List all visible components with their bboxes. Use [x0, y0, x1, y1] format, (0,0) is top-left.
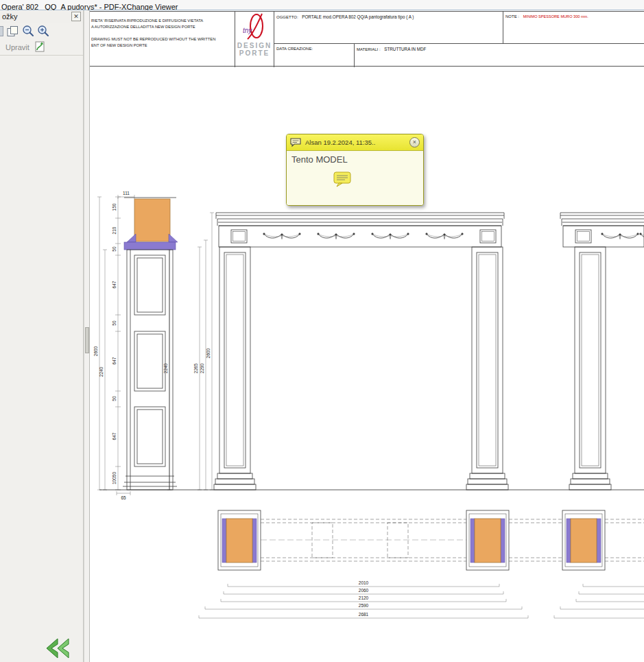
right-portal — [560, 213, 644, 490]
logo-word-design: DESIGN — [235, 43, 274, 50]
dim-label: 2060 — [359, 588, 369, 593]
dim-label: 65 — [121, 495, 126, 500]
note-text: Tento MODEL — [291, 154, 418, 165]
oggetto-value: PORTALE mod.OPERA 802 QQ/A pantografatur… — [302, 14, 414, 19]
dim-label: 2600 — [93, 346, 98, 356]
dim-label: 2265 — [193, 363, 198, 373]
logo-cell: tny DESIGN PORTE — [235, 12, 274, 67]
panel-edit-row: Upravit — [0, 39, 83, 56]
disclaimer-it-1: RIETA' RISERVATA RIPRODUZIONE E DIFFUSIO… — [91, 18, 233, 24]
left-dimension-lines — [97, 195, 134, 495]
note-value: MINIMO SPESSORE MURO 300 mm. — [523, 14, 588, 19]
panel-header: ožky ✕ — [0, 10, 83, 23]
note-close-button[interactable]: × — [409, 137, 420, 147]
clipped-icon — [0, 26, 3, 36]
disclaimer-it-2: A AUTORIZZAZIONE DELLADITTA NEW DESIGN P… — [91, 24, 233, 30]
highlight-purple-right — [169, 234, 178, 242]
dim-label: 10050 — [112, 472, 117, 484]
dim-label: 647 — [112, 281, 117, 288]
data-creazione-label: DATA CREAZIONE: — [276, 47, 313, 51]
oggetto-label: OGGETTO: — [276, 15, 298, 19]
dim-label: 2600 — [206, 348, 211, 358]
center-portal — [214, 213, 508, 490]
svg-text:tny: tny — [243, 27, 252, 34]
new-design-porte-emblem-icon: tny — [241, 12, 268, 42]
materiali-cell: MATERIALI : STRUTTURA IN MDF — [355, 44, 644, 67]
highlight-orange-capital — [134, 199, 170, 241]
zoom-in-icon[interactable] — [37, 25, 49, 37]
panel-title: ožky — [2, 12, 18, 21]
note-body[interactable]: Tento MODEL — [287, 151, 423, 206]
comment-bubble-icon — [290, 138, 301, 147]
highlight-purple-band — [124, 242, 176, 250]
dim-label: 2010 — [359, 580, 369, 585]
side-panel: ožky ✕ Upravit — [0, 10, 84, 662]
dim-label: 2240 — [163, 363, 168, 373]
note-label: NOTE : — [505, 14, 519, 19]
oggetto-cell: OGGETTO: PORTALE mod.OPERA 802 QQ/A pant… — [274, 12, 503, 44]
data-creazione-cell: DATA CREAZIONE: — [274, 44, 355, 67]
edit-button[interactable]: Upravit — [5, 43, 29, 51]
plan-dimension-lines — [199, 584, 644, 618]
dim-label: 647 — [112, 432, 117, 440]
document-area[interactable]: RIETA' RISERVATA RIPRODUZIONE E DIFFUSIO… — [90, 10, 644, 662]
panel-scrollbar[interactable] — [84, 10, 90, 662]
dim-label: 150 — [112, 203, 117, 211]
dim-label: 2681 — [359, 612, 369, 617]
highlight-orange-jamb-right — [475, 519, 501, 563]
green-arrow-icon — [40, 637, 71, 660]
logo-word-porte: PORTE — [235, 50, 274, 58]
app-window: Opera' 802 _QQ_A pudorys* - PDF-XChange … — [0, 0, 644, 662]
dim-label: 50 — [112, 396, 117, 401]
zoom-out-icon[interactable] — [22, 25, 34, 37]
materiali-label: MATERIALI : — [357, 47, 381, 51]
highlight-purple-left — [127, 234, 136, 242]
dim-label: 2590 — [359, 603, 369, 608]
edit-options-icon[interactable] — [34, 40, 47, 54]
panel-body — [0, 56, 83, 659]
panel-toolbar — [0, 23, 83, 39]
dim-label: 111 — [123, 191, 130, 196]
dim-label: 50 — [112, 246, 117, 252]
left-portal — [123, 198, 178, 490]
plan-view — [218, 510, 644, 570]
highlight-orange-jamb-far-right — [571, 519, 597, 563]
note-header[interactable]: Alsan 19.2.2024, 11:35.. × — [287, 134, 423, 151]
disclaimer-cell: RIETA' RISERVATA RIPRODUZIONE E DIFFUSIO… — [90, 12, 235, 67]
dim-label: 2290 — [200, 363, 204, 373]
note-author: Alsan 19.2.2024, 11:35.. — [305, 139, 375, 146]
highlight-orange-jamb-left — [226, 519, 252, 563]
disclaimer-en-1: DRAWING MUST NOT BE REPRODUCED WITHOUT T… — [91, 36, 233, 43]
scrollbar-thumb[interactable] — [85, 327, 89, 353]
dim-label: 2240 — [99, 366, 104, 377]
title-block: RIETA' RISERVATA RIPRODUZIONE E DIFFUSIO… — [90, 11, 644, 67]
sticky-note-annotation[interactable]: Alsan 19.2.2024, 11:35.. × Tento MODEL — [286, 134, 424, 206]
disclaimer-en-2: ENT OF NEW DESIGN PORTE — [91, 43, 233, 49]
panel-close-button[interactable]: ✕ — [71, 12, 81, 21]
sticky-note-icon — [333, 172, 351, 187]
dim-label: 50 — [112, 320, 117, 326]
materiali-value: STRUTTURA IN MDF — [384, 47, 426, 51]
titlebar: Opera' 802 _QQ_A pudorys* - PDF-XChange … — [0, 0, 644, 10]
dim-label: 2120 — [359, 595, 369, 600]
note-cell: NOTE : MINIMO SPESSORE MURO 300 mm. — [503, 12, 644, 44]
pages-icon[interactable] — [6, 25, 19, 37]
dim-label: 210 — [112, 226, 117, 234]
dim-label: 647 — [112, 357, 117, 364]
